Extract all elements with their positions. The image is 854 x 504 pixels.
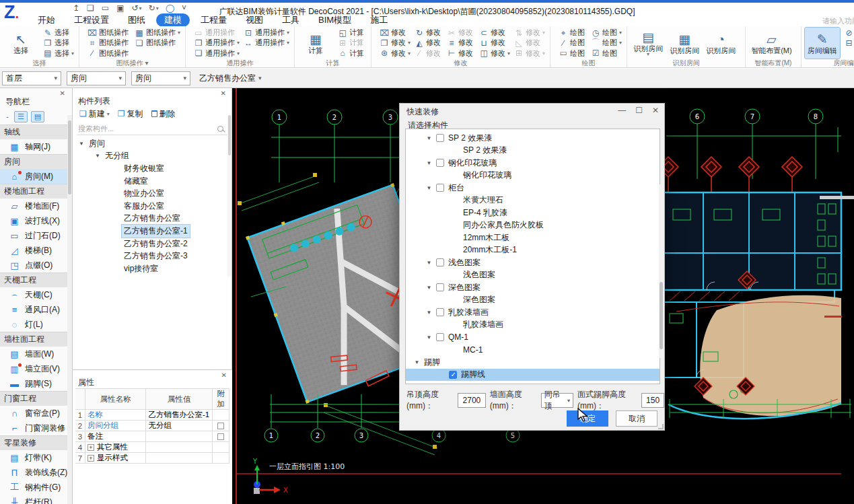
quick-access-button[interactable]: ▣ (116, 3, 124, 13)
nav-item[interactable]: ▬ 踢脚(S) (0, 376, 72, 391)
dialog-tree-item[interactable]: 浅色图案 (406, 269, 660, 282)
nav-item[interactable]: ▦ 轴网(J) (0, 139, 72, 154)
dialog-tree-item[interactable]: ▼ 浅色图案 (406, 256, 660, 269)
expander-icon[interactable]: ▼ (426, 334, 432, 340)
item-checkbox[interactable] (436, 134, 444, 142)
dialog-tree-item[interactable]: ▼ SP 2 效果漆 (406, 132, 660, 145)
nav-scrollbar[interactable] (67, 115, 72, 504)
ribbon-big-button[interactable]: ▱ 智能布置(M) (749, 28, 794, 59)
wall-height-select[interactable]: 同吊顶▾ (541, 393, 573, 408)
ribbon-button[interactable]: ✂ 修改 (446, 28, 476, 38)
ribbon-tab[interactable]: 开始 (30, 13, 63, 27)
category-select[interactable]: 房间▾ (67, 71, 126, 85)
expander-icon[interactable]: ▼ (426, 185, 432, 191)
close-icon[interactable]: ✕ (221, 89, 226, 97)
ribbon-button[interactable]: ⊡ 通用操作 ▾ (242, 28, 291, 38)
component-tree-item[interactable]: 乙方销售办公室-1 (73, 225, 232, 238)
ribbon-tab[interactable]: 工具 (274, 13, 308, 27)
component-tree-item[interactable]: 财务收银室 (73, 162, 232, 175)
delete-component-button[interactable]: 删除 (149, 108, 178, 120)
dialog-tree-item[interactable]: SP 2 效果漆 (406, 145, 660, 157)
copy-component-button[interactable]: ❐复制 (115, 108, 146, 120)
ribbon-button[interactable]: ⊢ 修改 (446, 48, 476, 59)
close-icon[interactable]: ✕ (221, 371, 227, 379)
ribbon-tab[interactable]: BIM模型 (310, 13, 359, 27)
nav-item[interactable]: ◿ 楼梯(B) (0, 243, 72, 258)
collapse-icon[interactable]: - (4, 111, 11, 122)
ribbon-tab[interactable]: 图纸 (120, 13, 153, 27)
dialog-tree-item[interactable]: ▼ 深色图案 (406, 281, 660, 294)
dialog-tree-item[interactable]: ▼ 乳胶漆墙画 (406, 306, 660, 319)
nav-item[interactable]: ⌐ 门窗洞装修 (0, 421, 72, 435)
ribbon-button[interactable]: ☑ 绘图 (590, 48, 623, 59)
function-search-input[interactable]: 请输入功能名称 (822, 16, 854, 26)
item-checkbox[interactable] (436, 184, 444, 192)
nav-item[interactable]: ▥ 墙立面(V) (0, 361, 72, 376)
dialog-scrollbar[interactable] (659, 184, 664, 358)
quick-access-button[interactable]: ❏ (87, 3, 95, 13)
ribbon-button[interactable]: ∕ 绘图 (557, 38, 588, 48)
ribbon-button[interactable]: ⊞ 修改 ▾ (513, 48, 546, 59)
item-checkbox[interactable] (436, 283, 444, 291)
ribbon-button[interactable]: ⌂ 计算 (336, 48, 367, 59)
dialog-tree-item[interactable]: 12mm木工板 (406, 231, 660, 244)
nav-item[interactable]: 工 钢构件(G) (0, 480, 72, 495)
property-row[interactable]: 3 备注 (75, 431, 229, 442)
ribbon-button[interactable]: ⊘ 房间编辑 (843, 28, 854, 38)
component-tree-item[interactable]: 乙方销售办公室-3 (73, 250, 232, 262)
ribbon-tab[interactable]: 建模 (156, 13, 190, 27)
dialog-tree-item[interactable]: 20mm木工板-1 (406, 244, 660, 257)
property-row[interactable]: 7 +显示样式 (75, 453, 229, 464)
component-select[interactable]: 乙方销售办公室▾ (196, 71, 265, 85)
detail-view-icon[interactable]: ▤ (31, 111, 44, 122)
ribbon-button[interactable]: ⇅ 修改 ▾ (513, 28, 546, 38)
ribbon-button[interactable]: ❐ 通用操作 ▾ (192, 38, 241, 48)
nav-item[interactable]: ◌ 灯(L) (0, 317, 72, 332)
ribbon-button[interactable]: ▭ 绘图 (557, 48, 588, 59)
ribbon-button[interactable]: ◱ 计算 (336, 28, 367, 38)
ribbon-button[interactable]: ⊔ 修改 (478, 38, 511, 48)
component-tree-item[interactable]: 乙方销售办公室-2 (73, 238, 232, 250)
nav-item[interactable]: ⌂ 房间(M) (0, 169, 72, 184)
nav-item[interactable]: ╫ 栏杆(R) (0, 495, 72, 504)
property-row[interactable]: 4 +其它属性 (75, 442, 229, 453)
component-tree-item[interactable]: 储藏室 (73, 175, 232, 188)
ribbon-button[interactable]: ⌒ 绘图 ▾ (590, 38, 623, 48)
quick-access-button[interactable]: ↺ ▾ (132, 3, 142, 13)
ribbon-button[interactable]: ❐ 选择 (42, 38, 75, 48)
ribbon-button[interactable]: ▦ 图纸操作 ▾ (133, 28, 182, 38)
cancel-button[interactable]: 取消 (616, 410, 657, 427)
ribbon-button[interactable]: ↔ 通用操作 ▾ (242, 38, 291, 48)
extra-checkbox[interactable] (217, 433, 224, 440)
ribbon-big-button[interactable]: ▦ 计算 (298, 28, 333, 59)
ribbon-button[interactable]: ◫ 修改 ▾ (478, 48, 511, 59)
dialog-tree-item[interactable]: 同办公家具色防火胶板 (406, 219, 660, 232)
dialog-tree-item[interactable]: ▼ 钢化印花玻璃 (406, 157, 660, 170)
close-icon[interactable]: ✕ (652, 106, 659, 115)
expander-icon[interactable]: ▼ (426, 160, 432, 166)
item-checkbox[interactable] (436, 258, 444, 266)
ribbon-big-button[interactable]: ▦ 识别房间 (667, 28, 702, 59)
new-component-button[interactable]: ❏新建▾ (77, 108, 112, 120)
property-row[interactable]: 1 名称 乙方销售办公室-1 (75, 410, 229, 421)
dialog-tree-item[interactable]: EP-4 乳胶漆 (406, 207, 660, 219)
item-checkbox[interactable] (436, 333, 444, 341)
ribbon-button[interactable]: ▤ 选择 ▾ (42, 48, 75, 59)
ribbon-button[interactable]: ◺ 修改 (513, 38, 546, 48)
floor-select[interactable]: 首层▾ (2, 71, 61, 85)
maximize-icon[interactable]: ☐ (635, 106, 643, 115)
list-view-icon[interactable]: ☰ (14, 111, 28, 122)
component-tree-item[interactable]: 乙方销售办公室 (73, 213, 232, 225)
component-tree-item[interactable]: 物业办公室 (73, 187, 232, 200)
ribbon-button[interactable]: ⌧ 图纸操作 (86, 28, 132, 38)
component-tree-item[interactable]: 客服办公室 (73, 200, 232, 213)
nav-item[interactable]: ▱ 楼地面(F) (0, 199, 72, 213)
quick-access-button[interactable]: ↻ ▾ (149, 3, 159, 13)
nav-item[interactable]: ⌢ 天棚(C) (0, 287, 72, 302)
ribbon-button[interactable]: ⊟ 房间编辑 (843, 38, 854, 48)
expand-icon[interactable]: + (87, 455, 94, 462)
ribbon-button[interactable]: ⊞ 计算 (336, 38, 367, 48)
component-tree-item[interactable]: ▼ 无分组 (73, 150, 232, 163)
expander-icon[interactable]: ▼ (426, 135, 432, 141)
nav-item[interactable]: ∩ 窗帘盒(P) (0, 406, 72, 421)
